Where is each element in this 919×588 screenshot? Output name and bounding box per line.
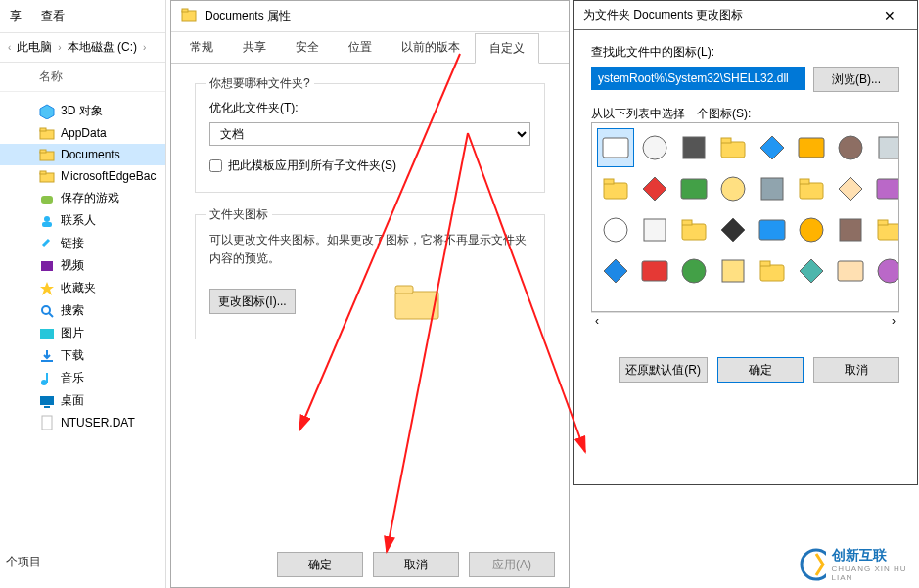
icon-option[interactable] [715,252,751,290]
icon-option[interactable] [676,252,712,290]
icon-option[interactable] [676,211,712,249]
svg-rect-47 [682,220,692,225]
icon-option[interactable] [598,129,633,166]
icon-grid-container[interactable] [591,122,899,312]
list-item[interactable]: 3D 对象 [0,100,165,122]
icon-option[interactable] [715,211,751,249]
list-item[interactable]: AppData [0,122,165,144]
cancel-button[interactable]: 取消 [373,552,459,577]
icon-option[interactable] [794,252,829,290]
icon-option[interactable] [598,170,633,207]
list-item[interactable]: 保存的游戏 [0,187,165,209]
chevron-left-icon[interactable]: ‹ [595,314,599,328]
icon-option[interactable] [715,170,751,207]
breadcrumb[interactable]: ‹ 此电脑 › 本地磁盘 (C:) › [0,33,165,63]
browse-button[interactable]: 浏览(B)... [813,67,899,92]
icon-option[interactable] [755,211,790,249]
icon-option[interactable] [676,129,712,166]
icon-option[interactable] [833,170,868,207]
apply-subfolders-row[interactable]: 把此模板应用到所有子文件夹(S) [209,158,530,174]
menu-share[interactable]: 享 [10,8,22,24]
optimize-select[interactable]: 文档 [209,122,530,146]
icon-option[interactable] [755,129,790,166]
svg-rect-15 [41,360,53,362]
dialog-title: 为文件夹 Documents 更改图标 [583,7,743,23]
icon-option[interactable] [833,252,868,290]
chevron-right-icon[interactable]: › [892,314,896,328]
tab-4[interactable]: 以前的版本 [387,32,475,63]
icon-option[interactable] [872,170,899,207]
item-label: 3D 对象 [61,103,103,119]
svg-line-13 [49,313,53,317]
svg-marker-60 [800,259,823,283]
icon-option[interactable] [637,170,672,207]
change-icon-button[interactable]: 更改图标(I)... [209,289,296,314]
list-item[interactable]: 视频 [0,254,165,277]
icon-option[interactable] [598,211,633,249]
crumb-drive[interactable]: 本地磁盘 (C:) [68,39,137,56]
icon-option[interactable] [637,211,672,249]
icon-option[interactable] [755,252,790,290]
icon-option[interactable] [872,129,899,166]
tab-body-customize: 你想要哪种文件夹? 优化此文件夹(T): 文档 把此模板应用到所有子文件夹(S)… [171,64,569,533]
change-icon-dialog: 为文件夹 Documents 更改图标 ✕ 查找此文件中的图标(L): 浏览(B… [573,0,918,485]
folder-icon [39,125,55,141]
cancel-button[interactable]: 取消 [813,357,899,383]
tab-5[interactable]: 自定义 [475,33,539,64]
column-header-name[interactable]: 名称 [0,63,165,92]
icon-option[interactable] [872,211,899,249]
list-item[interactable]: 收藏夹 [0,277,165,299]
file-icon [39,415,55,430]
icon-option[interactable] [794,170,829,207]
optimize-label: 优化此文件夹(T): [209,100,530,116]
dialog-titlebar[interactable]: 为文件夹 Documents 更改图标 ✕ [574,1,917,30]
tab-0[interactable]: 常规 [175,32,228,63]
item-label: 联系人 [61,212,96,229]
item-label: 链接 [61,235,84,251]
apply-button[interactable]: 应用(A) [469,552,555,577]
item-label: 音乐 [61,370,84,386]
item-label: 保存的游戏 [61,190,119,206]
svg-rect-41 [800,179,809,184]
folder-preview-icon [393,282,440,321]
icon-option[interactable] [833,211,868,249]
icon-option[interactable] [755,170,790,207]
dialog-titlebar[interactable]: Documents 属性 [171,1,569,32]
ok-button[interactable]: 确定 [277,552,363,577]
icon-option[interactable] [637,252,672,290]
list-item[interactable]: MicrosoftEdgeBac [0,165,165,187]
list-item[interactable]: 桌面 [0,389,165,412]
ok-button[interactable]: 确定 [717,357,804,383]
svg-rect-43 [877,179,899,199]
icon-option[interactable] [794,129,829,166]
tab-3[interactable]: 位置 [334,32,387,63]
svg-point-8 [44,216,50,222]
icon-option[interactable] [637,129,672,166]
icon-option[interactable] [598,252,633,290]
tab-2[interactable]: 安全 [281,32,334,63]
icon-option[interactable] [833,129,868,166]
tab-1[interactable]: 共享 [228,32,281,63]
icon-option[interactable] [872,252,899,290]
list-item[interactable]: 链接 [0,232,165,254]
menu-view[interactable]: 查看 [41,8,65,24]
icon-path-input[interactable] [591,67,805,90]
list-item[interactable]: NTUSER.DAT [0,412,165,433]
close-icon[interactable]: ✕ [870,2,909,29]
apply-subfolders-checkbox[interactable] [209,159,222,172]
horizontal-scrollbar[interactable]: ‹ › [591,312,899,328]
svg-rect-10 [41,261,53,271]
list-item[interactable]: Documents [0,144,165,165]
list-item[interactable]: 联系人 [0,209,165,232]
icon-option[interactable] [794,211,829,249]
list-item[interactable]: 下载 [0,344,165,367]
list-item[interactable]: 图片 [0,322,165,344]
restore-defaults-button[interactable]: 还原默认值(R) [619,357,708,383]
list-item[interactable]: 音乐 [0,367,165,389]
contacts-icon [39,213,55,229]
icon-option[interactable] [676,170,712,207]
list-item[interactable]: 搜索 [0,299,165,322]
svg-marker-36 [643,177,666,201]
icon-option[interactable] [715,129,751,166]
crumb-pc[interactable]: 此电脑 [17,39,52,56]
